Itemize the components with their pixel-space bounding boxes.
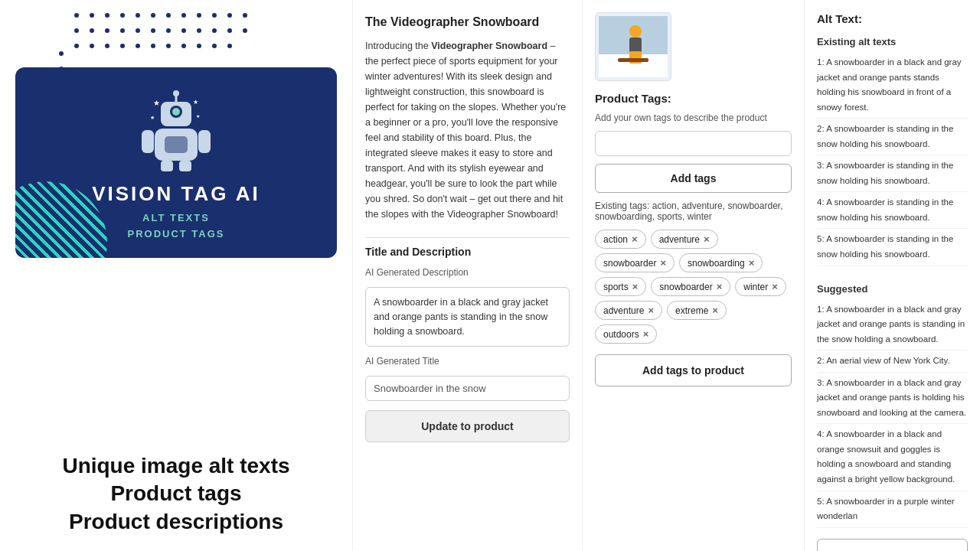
remove-tag-snowboarding[interactable]: × — [749, 257, 755, 269]
svg-point-5 — [151, 13, 155, 18]
suggested-alt-texts-title: Suggested — [817, 283, 968, 295]
svg-point-13 — [90, 28, 94, 33]
left-panel: ★ ★ ★ ★ VISION TAG AI ALT TEXTS PRODUCT … — [0, 0, 352, 551]
svg-point-32 — [197, 44, 201, 48]
suggested-alt-list: 1: A snowboarder in a black and gray jac… — [817, 302, 968, 531]
remove-tag-action[interactable]: × — [632, 233, 638, 245]
svg-point-8 — [197, 13, 201, 18]
svg-point-3 — [120, 13, 125, 18]
alt-existing-3: 3: A snowboarder is standing in the snow… — [817, 158, 968, 192]
svg-text:★: ★ — [150, 115, 155, 120]
remove-tag-snowboarder-1[interactable]: × — [660, 257, 666, 269]
svg-point-28 — [136, 44, 140, 48]
product-description: Introducing the Videographer Snowboard –… — [365, 38, 570, 222]
svg-point-30 — [166, 44, 171, 48]
ai-title-box[interactable]: Snowboarder in the snow — [365, 376, 570, 401]
svg-point-21 — [212, 28, 217, 33]
svg-point-22 — [227, 28, 232, 33]
alt-suggested-4: 4: A snowboarder in a black and orange s… — [817, 427, 968, 491]
alt-existing-4: 4: A snowboarder is standing in the snow… — [817, 195, 968, 229]
update-to-product-button[interactable]: Update to product — [365, 410, 570, 442]
svg-text:★: ★ — [193, 99, 198, 106]
svg-point-0 — [74, 13, 79, 18]
svg-point-33 — [212, 44, 217, 48]
tag-chip-snowboarder-2[interactable]: snowboarder × — [651, 277, 730, 296]
svg-rect-49 — [165, 136, 188, 153]
svg-point-23 — [243, 28, 247, 33]
svg-point-11 — [243, 13, 247, 18]
product-title: The Videographer Snowboard — [365, 15, 570, 29]
remove-tag-winter[interactable]: × — [772, 281, 778, 292]
svg-rect-58 — [618, 58, 648, 62]
svg-point-16 — [136, 28, 140, 33]
svg-point-18 — [166, 28, 171, 33]
add-tags-to-product-button[interactable]: Add tags to product — [595, 354, 792, 386]
remove-tag-snowboarder-2[interactable]: × — [717, 281, 723, 292]
alt-suggested-5: 5: A snowboarder in a purple winter wond… — [817, 494, 968, 528]
ai-desc-label: AI Generated Description — [365, 267, 570, 278]
tag-chip-adventure-2[interactable]: adventure × — [595, 301, 662, 320]
tag-input[interactable] — [595, 131, 792, 156]
snowboarder-thumb-image — [599, 16, 668, 77]
svg-point-31 — [181, 44, 186, 48]
svg-text:★: ★ — [196, 114, 200, 119]
svg-point-6 — [166, 13, 171, 18]
svg-point-9 — [212, 13, 217, 18]
svg-point-15 — [120, 28, 125, 33]
existing-alt-list: 1: A snowboarder in a black and gray jac… — [817, 55, 968, 269]
svg-point-55 — [629, 25, 642, 37]
remove-tag-adventure[interactable]: × — [704, 233, 710, 245]
tag-chip-snowboarder-1[interactable]: snowboarder × — [595, 253, 675, 272]
svg-point-27 — [120, 44, 125, 48]
bottom-text-block: Unique image alt texts Product tags Prod… — [0, 437, 352, 551]
update-all-product-images-button[interactable]: Update on ALL product images — [817, 539, 968, 551]
alt-suggested-3: 3: A snowboarder in a black and gray jac… — [817, 376, 968, 425]
add-tags-button[interactable]: Add tags — [595, 164, 792, 193]
svg-point-26 — [105, 44, 109, 48]
svg-point-24 — [74, 44, 79, 48]
tag-chip-snowboarding[interactable]: snowboarding × — [679, 253, 763, 272]
tag-chip-winter[interactable]: winter × — [735, 277, 786, 296]
alt-text-panel: Alt Text: Existing alt texts 1: A snowbo… — [804, 0, 980, 551]
svg-point-2 — [105, 13, 109, 18]
svg-rect-56 — [629, 37, 642, 53]
svg-point-19 — [181, 28, 186, 33]
svg-point-4 — [136, 13, 140, 18]
tags-grid: action × adventure × snowboarder × snowb… — [595, 230, 792, 344]
product-thumbnail — [595, 12, 671, 81]
existing-tags-text: Existing tags: action, adventure, snowbo… — [595, 201, 792, 222]
svg-point-39 — [172, 108, 180, 116]
logo-subtitle: ALT TEXTS PRODUCT TAGS — [127, 210, 224, 243]
svg-rect-47 — [142, 130, 154, 153]
svg-point-34 — [227, 44, 232, 48]
remove-tag-sports[interactable]: × — [632, 281, 639, 292]
tags-section-title: Product Tags: — [595, 92, 792, 105]
svg-point-41 — [173, 90, 179, 96]
tag-chip-adventure[interactable]: adventure × — [651, 230, 718, 249]
tag-chip-action[interactable]: action × — [595, 230, 646, 249]
svg-point-25 — [90, 44, 94, 48]
alt-existing-2: 2: A snowboarder is standing in the snow… — [817, 122, 968, 155]
remove-tag-outdoors[interactable]: × — [643, 328, 649, 340]
tags-panel: Product Tags: Add your own tags to descr… — [582, 0, 804, 551]
ai-description-box[interactable]: A snowboarder in a black and gray jacket… — [365, 287, 570, 347]
svg-point-35 — [59, 51, 64, 56]
tag-chip-sports[interactable]: sports × — [595, 277, 646, 296]
alt-section-title: Alt Text: — [817, 12, 968, 25]
logo-card: ★ ★ ★ ★ VISION TAG AI ALT TEXTS PRODUCT … — [15, 67, 337, 258]
remove-tag-extreme[interactable]: × — [712, 305, 718, 316]
title-desc-section-label: Title and Description — [365, 237, 570, 258]
ai-title-label: AI Generated Title — [365, 356, 570, 367]
tag-chip-outdoors[interactable]: outdoors × — [595, 324, 657, 344]
tags-hint: Add your own tags to describe the produc… — [595, 112, 792, 123]
svg-text:★: ★ — [153, 99, 160, 107]
svg-point-17 — [151, 28, 155, 33]
robot-logo-icon: ★ ★ ★ ★ — [138, 90, 214, 174]
product-panel: The Videographer Snowboard Introducing t… — [352, 0, 582, 551]
tag-chip-extreme[interactable]: extreme × — [667, 301, 727, 320]
svg-rect-51 — [179, 161, 191, 171]
svg-point-12 — [74, 28, 79, 33]
alt-existing-5: 5: A snowboarder is standing in the snow… — [817, 232, 968, 266]
remove-tag-adventure-2[interactable]: × — [648, 305, 654, 316]
svg-point-10 — [227, 13, 232, 18]
